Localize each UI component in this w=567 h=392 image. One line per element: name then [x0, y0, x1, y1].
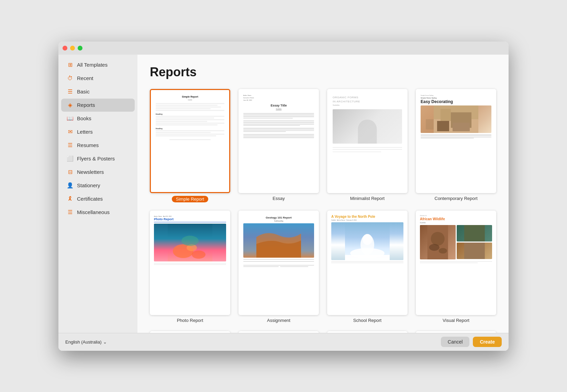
template-card-research[interactable]: Research Report Author Name: 1 Author Na…	[238, 331, 319, 333]
svg-point-19	[429, 244, 440, 251]
template-academic-report[interactable]: Academic Report Cover Page Subtitle Auth…	[150, 331, 230, 333]
svg-point-10	[181, 236, 199, 246]
template-label-essay: Essay	[273, 196, 285, 201]
letters-icon: ✉	[67, 128, 74, 135]
template-label-minimalist-report: Minimalist Report	[350, 196, 385, 201]
template-minimalist-report[interactable]: ORGANIC FORMS IN ARCHITECTURE Subtitle	[327, 89, 408, 203]
sidebar-item-resumes[interactable]: ☰ Resumes	[61, 139, 135, 152]
sidebar-item-miscellaneous[interactable]: ☰ Miscellaneous	[61, 206, 135, 219]
template-card-photo-report[interactable]: Author Name · April 06, 2022 Photo Repor…	[150, 211, 230, 315]
sidebar-item-all-templates[interactable]: ⊞ All Templates	[61, 58, 135, 71]
locale-chevron-icon: ⌄	[103, 339, 107, 345]
cancel-button[interactable]: Cancel	[441, 337, 470, 347]
sidebar-item-newsletters[interactable]: ⊟ Newsletters	[61, 166, 135, 179]
sidebar-item-letters[interactable]: ✉ Letters	[61, 125, 135, 138]
template-photo-report[interactable]: Author Name · April 06, 2022 Photo Repor…	[150, 211, 230, 323]
create-button[interactable]: Create	[473, 337, 502, 347]
template-card-academic[interactable]: Academic Report Cover Page Subtitle Auth…	[150, 331, 230, 333]
minimize-button[interactable]	[70, 46, 75, 51]
templates-grid: Simple Report Leader Heading Heading	[150, 89, 496, 333]
content-area: ⊞ All Templates ⏱ Recent ☰ Basic ◈ Repor…	[58, 55, 509, 333]
reports-icon: ◈	[67, 102, 74, 109]
template-label-contemporary-report: Contemporary Report	[435, 196, 478, 201]
sidebar-item-recent[interactable]: ⏱ Recent	[61, 72, 135, 85]
template-card-essay[interactable]: Author Name Instructor's Name June 06, 2…	[238, 89, 319, 193]
sidebar-item-certificates[interactable]: 🎗 Certificates	[61, 192, 135, 205]
sidebar-label-letters: Letters	[77, 129, 93, 135]
footer-buttons: Cancel Create	[441, 337, 502, 347]
sidebar-label-miscellaneous: Miscellaneous	[77, 209, 110, 215]
titlebar	[58, 42, 509, 55]
sidebar-item-books[interactable]: 📖 Books	[61, 112, 135, 125]
locale-label: English (Australia)	[65, 339, 102, 345]
svg-rect-21	[464, 225, 485, 242]
sidebar-label-resumes: Resumes	[77, 142, 99, 148]
template-assignment[interactable]: Geology 101 Report Subheading	[238, 211, 319, 323]
template-card-minimalist[interactable]: ORGANIC FORMS IN ARCHITECTURE Subtitle	[327, 89, 408, 193]
svg-rect-4	[453, 123, 470, 131]
template-label-photo-report: Photo Report	[177, 318, 203, 323]
basic-icon: ☰	[67, 88, 74, 95]
footer-bar: English (Australia) ⌄ Cancel Create	[58, 333, 509, 351]
template-label-assignment: Assignment	[267, 318, 290, 323]
svg-point-15	[363, 234, 372, 245]
svg-point-9	[192, 250, 205, 259]
template-lorem-ipsum[interactable]: LOREM IPSUM CONSECTETUR TINCIDUNT LOREM …	[416, 331, 496, 333]
template-card-architecture[interactable]: International ModernArchitecture	[327, 331, 408, 333]
sidebar-label-newsletters: Newsletters	[77, 169, 104, 175]
svg-point-18	[431, 232, 445, 246]
template-simple-report[interactable]: Simple Report Leader Heading Heading	[150, 89, 230, 203]
locale-selector[interactable]: English (Australia) ⌄	[65, 339, 107, 345]
all-templates-icon: ⊞	[67, 61, 74, 68]
sidebar-label-all-templates: All Templates	[77, 62, 108, 68]
template-card-assignment[interactable]: Geology 101 Report Subheading	[238, 211, 319, 315]
template-card-visual-report[interactable]: October 11 African Wildlife Subtitle	[416, 211, 496, 315]
main-content: Reports Simple Report Leader Heading	[137, 55, 509, 333]
template-research-report[interactable]: Research Report Author Name: 1 Author Na…	[238, 331, 319, 333]
resumes-icon: ☰	[67, 142, 74, 149]
sidebar-label-certificates: Certificates	[77, 196, 103, 202]
sidebar-label-reports: Reports	[77, 102, 95, 108]
sidebar-label-basic: Basic	[77, 89, 90, 94]
template-essay[interactable]: Author Name Instructor's Name June 06, 2…	[238, 89, 319, 203]
miscellaneous-icon: ☰	[67, 209, 74, 216]
recent-icon: ⏱	[67, 75, 74, 82]
books-icon: 📖	[67, 115, 74, 122]
flyers-posters-icon: ⬜	[67, 155, 74, 162]
sidebar: ⊞ All Templates ⏱ Recent ☰ Basic ◈ Repor…	[58, 55, 137, 333]
sidebar-label-recent: Recent	[77, 75, 93, 81]
template-card-simple-report[interactable]: Simple Report Leader Heading Heading	[150, 89, 230, 193]
svg-rect-16	[345, 255, 390, 260]
template-architecture-report[interactable]: International ModernArchitecture	[327, 331, 408, 333]
template-card-contemporary[interactable]: Simple Home Styling Simple Home Styling …	[416, 89, 496, 193]
template-contemporary-report[interactable]: Simple Home Styling Simple Home Styling …	[416, 89, 496, 203]
template-visual-report[interactable]: October 11 African Wildlife Subtitle	[416, 211, 496, 323]
template-card-school-report[interactable]: A Voyage to the North Pole Subtitle · Au…	[327, 211, 408, 315]
sidebar-item-reports[interactable]: ◈ Reports	[61, 99, 135, 112]
template-school-report[interactable]: A Voyage to the North Pole Subtitle · Au…	[327, 211, 408, 323]
template-label-visual-report: Visual Report	[443, 318, 469, 323]
close-button[interactable]	[63, 46, 67, 51]
svg-rect-5	[441, 109, 451, 121]
certificates-icon: 🎗	[67, 195, 74, 202]
svg-rect-3	[437, 121, 449, 131]
stationery-icon: 👤	[67, 182, 74, 189]
template-chooser-window: ⊞ All Templates ⏱ Recent ☰ Basic ◈ Repor…	[58, 42, 509, 351]
newsletters-icon: ⊟	[67, 169, 74, 176]
page-title: Reports	[150, 65, 496, 79]
template-card-lorem[interactable]: LOREM IPSUM CONSECTETUR TINCIDUNT LOREM …	[416, 331, 496, 333]
svg-point-20	[439, 248, 447, 254]
sidebar-item-basic[interactable]: ☰ Basic	[61, 85, 135, 98]
sidebar-label-flyers-posters: Flyers & Posters	[77, 156, 115, 161]
sidebar-item-flyers-posters[interactable]: ⬜ Flyers & Posters	[61, 152, 135, 165]
maximize-button[interactable]	[78, 46, 82, 51]
sidebar-label-books: Books	[77, 115, 91, 121]
svg-rect-23	[464, 243, 485, 259]
template-label-simple-report: Simple Report	[172, 196, 208, 202]
sidebar-item-stationery[interactable]: 👤 Stationery	[61, 179, 135, 192]
sidebar-label-stationery: Stationery	[77, 182, 100, 188]
template-label-school-report: School Report	[353, 318, 381, 323]
